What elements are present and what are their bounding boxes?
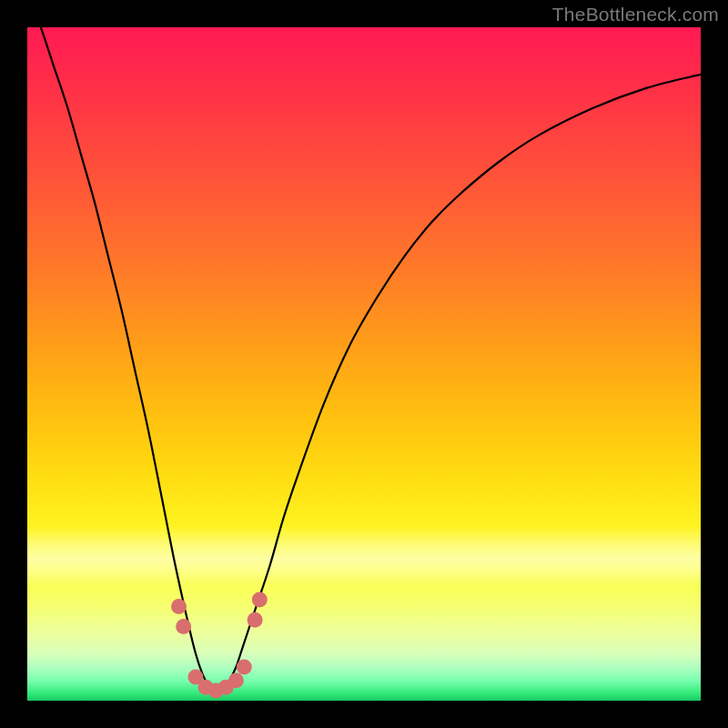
marker-dot <box>252 592 268 608</box>
marker-dot <box>228 672 244 688</box>
marker-dot <box>237 660 252 675</box>
marker-dot <box>248 612 263 628</box>
marker-dot <box>171 599 187 614</box>
curve-markers <box>171 592 268 699</box>
bottleneck-curve <box>27 27 701 694</box>
curve-layer <box>27 27 701 701</box>
watermark-label: TheBottleneck.com <box>552 4 719 25</box>
plot-area <box>27 27 701 701</box>
marker-dot <box>176 619 191 634</box>
chart-frame: TheBottleneck.com <box>0 0 728 728</box>
